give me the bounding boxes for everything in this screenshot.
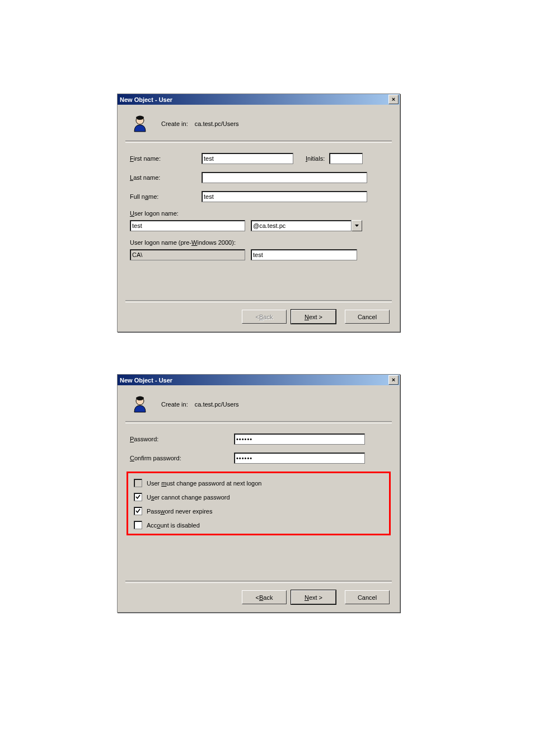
create-in-path: ca.test.pc/Users — [195, 401, 239, 408]
window-title: New Object - User — [120, 96, 388, 103]
pre2000-domain — [130, 249, 245, 260]
close-icon[interactable]: × — [388, 95, 399, 104]
logon-domain-combo[interactable] — [251, 220, 362, 231]
next-button[interactable]: Next > — [291, 590, 336, 604]
close-icon[interactable]: × — [388, 375, 399, 385]
confirm-password-input[interactable] — [234, 452, 365, 464]
last-name-input[interactable] — [202, 172, 367, 183]
full-name-label: Full name: — [130, 193, 202, 200]
initials-input[interactable] — [329, 153, 363, 164]
button-divider — [125, 300, 392, 302]
initials-label: Initials: — [306, 155, 325, 162]
label-cannot-change: User cannot change password — [147, 494, 230, 501]
first-name-label: First name: — [130, 155, 202, 162]
confirm-password-label: Confirm password: — [130, 455, 234, 461]
checkbox-never-expires[interactable] — [134, 507, 142, 515]
dialog-new-user-step1: New Object - User × Create in: ca.test.p… — [117, 94, 400, 332]
label-account-disabled: Account is disabled — [147, 522, 200, 529]
back-button[interactable]: < Back — [242, 590, 287, 604]
full-name-input[interactable] — [202, 191, 367, 202]
pre2000-input[interactable] — [251, 249, 357, 260]
logon-domain-value[interactable] — [251, 220, 352, 231]
dialog-new-user-step2: New Object - User × Create in: ca.test.p… — [117, 374, 400, 613]
password-label: Password: — [130, 436, 234, 442]
chevron-down-icon[interactable] — [352, 220, 362, 231]
label-never-expires: Password never expires — [147, 508, 212, 515]
cancel-button[interactable]: Cancel — [345, 590, 390, 604]
window-title: New Object - User — [120, 377, 388, 384]
create-in-path: ca.test.pc/Users — [195, 120, 239, 127]
button-divider — [125, 581, 392, 583]
checkbox-account-disabled[interactable] — [134, 521, 142, 529]
user-icon — [132, 395, 150, 413]
first-name-input[interactable] — [202, 153, 293, 164]
header-row: Create in: ca.test.pc/Users — [118, 385, 400, 421]
pre2000-label: User logon name (pre-Windows 2000): — [130, 239, 387, 246]
user-icon — [132, 115, 150, 133]
label-must-change: User must change password at next logon — [147, 480, 261, 487]
create-in-label: Create in: — [161, 120, 188, 127]
header-row: Create in: ca.test.pc/Users — [118, 105, 400, 141]
create-in-label: Create in: — [161, 401, 188, 408]
titlebar: New Object - User × — [118, 94, 400, 105]
logon-name-label: User logon name: — [130, 210, 387, 217]
cancel-button[interactable]: Cancel — [345, 310, 390, 324]
logon-name-input[interactable] — [130, 220, 245, 231]
password-input[interactable] — [234, 433, 365, 445]
next-button[interactable]: Next > — [291, 310, 336, 324]
last-name-label: Last name: — [130, 174, 202, 181]
checkbox-cannot-change[interactable] — [134, 493, 142, 501]
titlebar: New Object - User × — [118, 375, 400, 385]
checkbox-must-change[interactable] — [134, 479, 142, 487]
highlighted-options: User must change password at next logon … — [127, 472, 391, 535]
back-button: < Back — [242, 310, 287, 324]
